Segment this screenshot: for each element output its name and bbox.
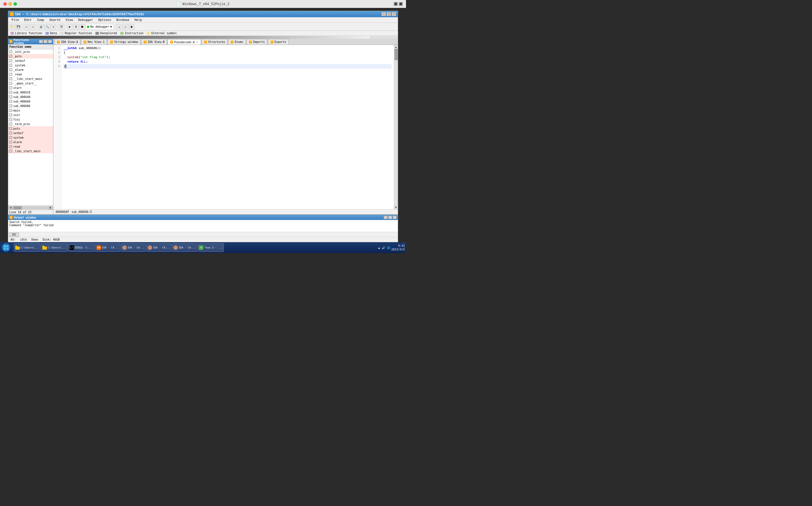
ida-close-btn[interactable]: ✕: [391, 12, 396, 16]
func-item-start[interactable]: ↗ start: [8, 86, 53, 90]
toolbar-stop[interactable]: ⏹: [79, 24, 85, 30]
output-line-1: Search failed.: [9, 221, 397, 224]
hscroll-right[interactable]: ▶: [49, 206, 53, 209]
toolbar-step2[interactable]: ↗: [122, 24, 128, 30]
func-item-term-proc[interactable]: ↗ _term_proc: [8, 122, 53, 126]
output-min[interactable]: –: [384, 216, 388, 219]
toolbar-save[interactable]: 💾: [15, 24, 21, 30]
tab-hex-view-1[interactable]: H Hex View-1: [81, 39, 107, 45]
tab-structures[interactable]: S Structures: [202, 39, 228, 45]
gradient-scrollbar[interactable]: [370, 36, 398, 39]
menu-view[interactable]: View: [63, 17, 75, 22]
toolbar-open[interactable]: 📁: [9, 24, 15, 30]
tab-ida-view-b[interactable]: I IDA View-B: [141, 39, 167, 45]
func-icon: ↗: [9, 77, 12, 80]
taskbar-ida-1[interactable]: IDA IDA - CA...: [95, 243, 120, 252]
func-item-setbuf2[interactable]: ↗ setbuf: [8, 131, 53, 135]
close-button[interactable]: [3, 2, 7, 6]
minimize-button[interactable]: [8, 2, 12, 6]
tab-pseudocode-a[interactable]: P Pseudocode-A ✕: [168, 39, 201, 45]
func-item-read2[interactable]: ↗ read: [8, 144, 53, 149]
toolbar-print[interactable]: 🖨: [38, 24, 44, 30]
func-item-puts[interactable]: ↗ _puts: [8, 54, 53, 59]
menu-search[interactable]: Search: [47, 17, 63, 22]
tab-strings[interactable]: S Strings window: [108, 39, 140, 45]
maximize-button[interactable]: [14, 2, 17, 6]
func-name: _alarm: [13, 68, 23, 71]
func-item-sub4005c0[interactable]: ↗ sub_4005C0: [8, 90, 53, 95]
toolbar-pause[interactable]: ⏸: [73, 24, 79, 30]
toolbar-run[interactable]: ▶: [67, 24, 73, 30]
menu-options[interactable]: Options: [96, 17, 113, 22]
tab-exports[interactable]: E Exports: [268, 39, 289, 45]
func-item-init-proc[interactable]: ↗ _init_proc: [8, 50, 53, 54]
taskbar-ida-2[interactable]: IDA - CA...: [121, 243, 146, 252]
titlebar-btn-2[interactable]: ⬛: [399, 2, 402, 6]
func-item-setbuf[interactable]: ↗ _setbuf: [8, 59, 53, 63]
menu-edit[interactable]: Edit: [22, 17, 34, 22]
tab-imports[interactable]: I Imports: [247, 39, 267, 45]
func-item-main[interactable]: ↗ main: [8, 108, 53, 113]
func-item-alarm2[interactable]: ↗ alarm: [8, 140, 53, 144]
ida-maximize-btn[interactable]: □: [386, 12, 391, 16]
func-item-init[interactable]: ↗ init: [8, 113, 53, 117]
func-item-alarm[interactable]: ↗ _alarm: [8, 68, 53, 72]
func-item-sub400640[interactable]: ↗ sub_400640: [8, 95, 53, 99]
taskbar-new-3[interactable]: N *new 3 - ...: [197, 243, 224, 252]
func-item-system2[interactable]: ↗ system: [8, 135, 53, 140]
vscroll-up[interactable]: ▲: [394, 45, 398, 49]
functions-panel-close[interactable]: ✕: [48, 40, 52, 43]
toolbar-search[interactable]: 🔍: [44, 24, 50, 30]
tab-close-pseudo[interactable]: ✕: [196, 41, 198, 44]
func-item-read[interactable]: ↗ _read: [8, 72, 53, 77]
legend-label-instruction: Instruction: [125, 31, 144, 35]
functions-hscrollbar[interactable]: ◀ ▶: [8, 205, 53, 210]
func-item-libc2[interactable]: ↗ _libc_start_main: [8, 149, 53, 153]
toolbar-step[interactable]: ↘: [116, 24, 122, 30]
code-content[interactable]: __int64 sub_400686(){ system("cat flag.t…: [61, 45, 394, 209]
hscroll-left[interactable]: ◀: [9, 206, 13, 209]
code-view[interactable]: 1 2 3 4 5 __int64 sub_400686(){ system("…: [53, 45, 398, 209]
toolbar-fwd[interactable]: →: [30, 24, 35, 30]
functions-list[interactable]: ↗ _init_proc ↗ _puts ↗ _setbuf ↗ _system…: [8, 50, 53, 205]
func-item-puts2[interactable]: ↗ puts: [8, 126, 53, 131]
hscroll-track[interactable]: [13, 206, 48, 209]
taskbar-ida-4[interactable]: IDA - CA...: [172, 243, 197, 252]
functions-panel-max[interactable]: □: [43, 40, 48, 43]
taskbar-terminal[interactable]: C:\ 管理员: C:...: [68, 243, 95, 252]
toolbar-hex[interactable]: H: [59, 24, 64, 30]
func-item-libc-start[interactable]: ↗ __libc_start_main: [8, 77, 53, 81]
menu-help[interactable]: Help: [132, 17, 144, 22]
taskbar-ida-3[interactable]: IDA - CA...: [146, 243, 171, 252]
titlebar-btn-1[interactable]: ⬛: [393, 2, 397, 6]
vscroll-down[interactable]: ▼: [394, 205, 398, 209]
tab-icon-ida-b: I: [144, 41, 147, 44]
gradient-nav-bar[interactable]: [8, 36, 398, 39]
taskbar-folder-2[interactable]: C:\Users\...: [41, 243, 68, 252]
func-item-gmon[interactable]: ↗ __gmon_start__: [8, 81, 53, 86]
menu-jump[interactable]: Jump: [34, 17, 47, 22]
toolbar-bp[interactable]: ●: [129, 24, 134, 30]
start-button[interactable]: [1, 243, 11, 253]
code-vscrollbar[interactable]: ▲ ▼: [394, 45, 398, 209]
output-close[interactable]: ✕: [393, 216, 397, 219]
func-item-sub400686[interactable]: ↗ sub_400686: [8, 104, 53, 108]
output-max[interactable]: □: [388, 216, 392, 219]
debugger-dropdown[interactable]: No debugger ▼: [86, 24, 114, 30]
idc-button[interactable]: IDC: [9, 233, 19, 237]
tab-enums[interactable]: E Enums: [228, 39, 246, 45]
func-item-fini[interactable]: ↗ fini: [8, 117, 53, 122]
menu-debugger[interactable]: Debugger: [76, 17, 95, 22]
vscroll-track[interactable]: [394, 49, 398, 205]
taskbar-folder-1[interactable]: C:\Users\...: [14, 243, 40, 252]
menu-file[interactable]: File: [9, 17, 21, 22]
ida-minimize-btn[interactable]: –: [381, 12, 386, 16]
tab-ida-view-a[interactable]: I IDA View-A: [55, 39, 81, 45]
toolbar-back[interactable]: ←: [24, 24, 29, 30]
func-name: _puts: [13, 55, 22, 58]
menu-windows[interactable]: Windows: [114, 17, 131, 22]
func-item-sub400660[interactable]: ↗ sub_400660: [8, 99, 53, 104]
toolbar-nav[interactable]: ↕: [51, 24, 56, 30]
functions-panel-min[interactable]: –: [39, 40, 43, 43]
func-item-system[interactable]: ↗ _system: [8, 63, 53, 68]
